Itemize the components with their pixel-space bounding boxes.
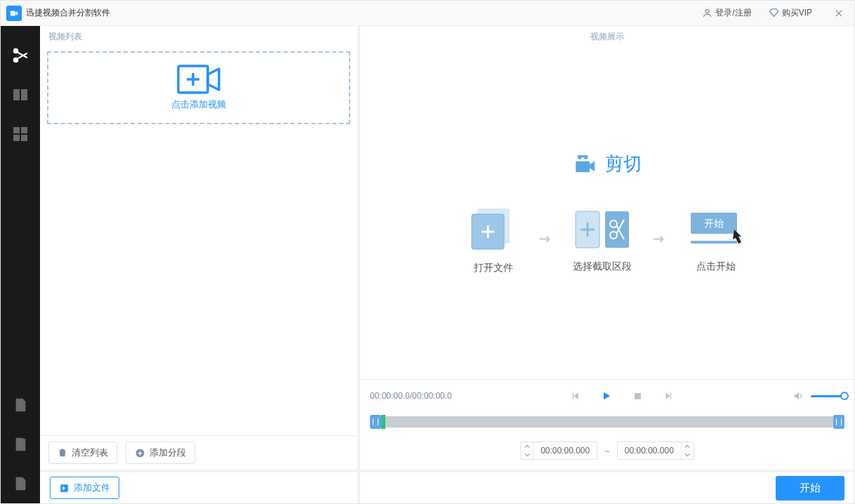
video-list-area: 点击添加视频: [40, 47, 357, 436]
stop-button[interactable]: [631, 390, 644, 402]
app-window: 迅捷视频合并分割软件 登录/注册 购买VIP: [0, 0, 855, 504]
end-time-up[interactable]: [682, 442, 694, 451]
buy-vip-button[interactable]: 购买VIP: [769, 7, 812, 19]
time-separator: ~: [604, 446, 610, 456]
svg-point-10: [18, 444, 22, 448]
prev-frame-button[interactable]: [569, 390, 582, 402]
svg-rect-29: [670, 392, 671, 399]
sidebar-cut-icon[interactable]: [1, 36, 40, 75]
svg-rect-17: [578, 155, 588, 157]
plus-circle-icon: [135, 448, 145, 458]
volume-slider[interactable]: [811, 395, 844, 397]
svg-rect-28: [635, 393, 641, 399]
preview-title: 剪切: [573, 152, 642, 176]
app-logo-icon: [6, 6, 22, 21]
svg-rect-9: [22, 135, 27, 140]
step-open-file: 打开文件: [469, 207, 518, 274]
svg-rect-26: [691, 241, 737, 244]
add-file-button[interactable]: 添加文件: [50, 477, 119, 499]
dropzone-label: 点击添加视频: [171, 98, 226, 111]
app-title: 迅捷视频合并分割软件: [26, 7, 110, 19]
next-frame-button[interactable]: [662, 390, 675, 402]
right-pane: 视频展示 剪切: [360, 26, 854, 503]
step1-label: 打开文件: [474, 262, 513, 274]
sidebar-add-file-icon[interactable]: [1, 385, 40, 425]
volume-control[interactable]: [793, 390, 844, 402]
svg-rect-14: [576, 161, 590, 172]
start-time-value: 00:00:00.000: [533, 442, 597, 459]
camera-icon: [573, 152, 597, 176]
trash-icon: [58, 448, 67, 458]
sidebar-download-file-icon[interactable]: [1, 464, 40, 503]
svg-point-2: [13, 48, 18, 53]
click-start-icon: 开始: [687, 208, 745, 251]
playback-time: 00:00:00.0/00:00:00.0: [370, 391, 452, 401]
arrow-icon: [539, 234, 552, 248]
add-video-dropzone[interactable]: 点击添加视频: [47, 51, 350, 124]
svg-rect-4: [14, 90, 19, 100]
player-controls: 00:00:00.0/00:00:00.0: [360, 379, 854, 406]
svg-text:开始: 开始: [704, 218, 724, 229]
left-pane: 视频列表 点击添加视频 清空列: [40, 26, 360, 503]
buy-vip-label: 购买VIP: [782, 7, 812, 19]
title-bar: 迅捷视频合并分割软件 登录/注册 购买VIP: [1, 1, 854, 26]
range-playhead[interactable]: [381, 415, 385, 429]
svg-rect-6: [14, 128, 19, 133]
range-handle-end[interactable]: [833, 415, 844, 429]
steps-row: 打开文件: [469, 207, 745, 274]
range-track[interactable]: [370, 416, 844, 427]
login-label: 登录/注册: [715, 7, 751, 19]
right-pane-header: 视频展示: [360, 26, 854, 47]
svg-rect-27: [573, 392, 574, 399]
add-segment-button[interactable]: 添加分段: [126, 442, 195, 464]
end-time-spinner[interactable]: 00:00:00.000: [617, 442, 694, 460]
start-time-down[interactable]: [521, 451, 533, 459]
svg-point-1: [705, 10, 709, 13]
step3-label: 点击开始: [696, 260, 736, 273]
clear-list-button[interactable]: 清空列表: [48, 442, 117, 464]
preview-area: 剪切 打开文件: [360, 47, 854, 379]
end-time-value: 00:00:00.000: [618, 442, 681, 459]
left-footer: 清空列表 添加分段: [40, 436, 357, 470]
add-segment-label: 添加分段: [150, 446, 186, 459]
start-time-spinner[interactable]: 00:00:00.000: [520, 442, 597, 460]
svg-rect-8: [14, 135, 19, 140]
left-bottom-bar: 添加文件: [40, 470, 357, 503]
close-icon[interactable]: [829, 4, 849, 23]
clear-list-label: 清空列表: [72, 446, 108, 459]
volume-icon: [793, 390, 804, 402]
step-click-start: 开始 点击开始: [687, 208, 745, 273]
open-file-icon: [469, 207, 518, 252]
right-bottom-bar: 开始: [360, 470, 854, 503]
sidebar: [1, 26, 40, 503]
end-time-down[interactable]: [682, 451, 694, 459]
login-register-button[interactable]: 登录/注册: [702, 7, 751, 19]
add-video-icon: [177, 65, 220, 94]
start-button[interactable]: 开始: [776, 476, 844, 500]
select-range-icon: [573, 208, 632, 251]
play-button[interactable]: [600, 390, 613, 402]
arrow-icon: [653, 234, 665, 248]
time-input-row: 00:00:00.000 ~ 00:00:00.000: [360, 435, 854, 470]
start-time-up[interactable]: [521, 442, 533, 451]
range-handle-start[interactable]: [370, 415, 381, 429]
preview-title-text: 剪切: [605, 152, 642, 176]
body: 视频列表 点击添加视频 清空列: [1, 26, 854, 503]
svg-rect-7: [22, 128, 27, 133]
arrow-right-square-icon: [59, 483, 69, 493]
add-file-label: 添加文件: [74, 482, 110, 494]
sidebar-merge-icon[interactable]: [1, 75, 40, 114]
svg-rect-21: [605, 211, 629, 248]
sidebar-settings-file-icon[interactable]: [1, 425, 40, 464]
step-select-range: 选择截取区段: [573, 208, 632, 273]
sidebar-grid-icon[interactable]: [1, 114, 40, 154]
range-slider-area: [360, 406, 854, 435]
svg-rect-5: [22, 90, 27, 100]
left-pane-header: 视频列表: [40, 26, 357, 47]
svg-point-3: [13, 58, 18, 62]
main-area: 视频列表 点击添加视频 清空列: [40, 26, 854, 503]
svg-rect-0: [11, 11, 15, 15]
step2-label: 选择截取区段: [573, 260, 632, 273]
